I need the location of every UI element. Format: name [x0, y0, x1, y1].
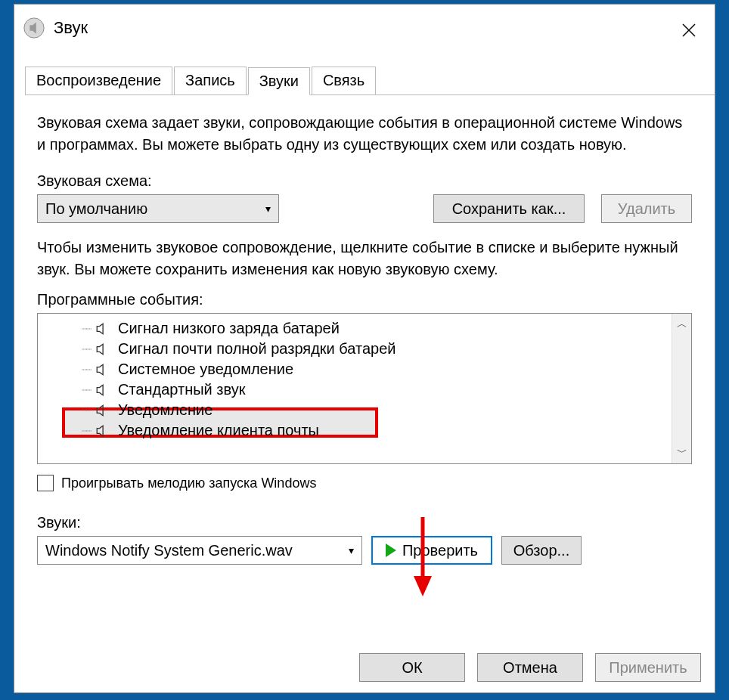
- tree-connector-icon: ┈┈: [70, 426, 91, 436]
- titlebar: Звук: [14, 5, 715, 51]
- play-startup-label: Проигрывать мелодию запуска Windows: [61, 475, 316, 491]
- event-item[interactable]: ┈┈ Сигнал почти полной разрядки батарей: [65, 339, 691, 359]
- save-as-button[interactable]: Сохранить как...: [433, 194, 585, 223]
- scroll-up-icon[interactable]: ︿: [672, 314, 691, 335]
- test-label: Проверить: [402, 542, 478, 559]
- tree-connector-icon: ┈┈: [70, 405, 91, 416]
- event-item[interactable]: ┈┈ Стандартный звук: [65, 379, 691, 400]
- close-button[interactable]: [674, 15, 704, 45]
- sound-icon: [22, 16, 46, 40]
- scheme-description: Звуковая схема задает звуки, сопровождаю…: [37, 112, 692, 156]
- dialog-button-bar: ОК Отмена Применить: [359, 653, 701, 682]
- sounds-label: Звуки:: [37, 514, 692, 531]
- test-button[interactable]: Проверить: [371, 536, 492, 565]
- scheme-value: По умолчанию: [45, 200, 147, 218]
- events-label: Программные события:: [37, 291, 692, 308]
- event-label: Уведомление клиента почты: [118, 422, 319, 439]
- event-label: Сигнал низкого заряда батарей: [118, 320, 340, 337]
- events-listbox[interactable]: ┈┈ Сигнал низкого заряда батарей ┈┈ Сигн…: [37, 313, 692, 464]
- chevron-down-icon: ▾: [349, 544, 354, 556]
- play-startup-checkbox-row[interactable]: Проигрывать мелодию запуска Windows: [37, 475, 692, 491]
- play-icon: [386, 544, 396, 557]
- apply-button: Применить: [595, 653, 701, 682]
- checkbox-icon[interactable]: [37, 475, 54, 491]
- tree-connector-icon: ┈┈: [70, 385, 91, 395]
- event-item[interactable]: ┈┈ Уведомление клиента почты: [65, 420, 691, 441]
- speaker-icon: [94, 321, 110, 337]
- events-scrollbar[interactable]: ︿ ﹀: [672, 314, 691, 463]
- event-item[interactable]: ┈┈ Системное уведомление: [65, 359, 691, 379]
- sound-file-dropdown[interactable]: Windows Notify System Generic.wav ▾: [37, 536, 362, 565]
- tab-communications[interactable]: Связь: [312, 67, 376, 94]
- tree-connector-icon: ┈┈: [70, 364, 91, 375]
- ok-button[interactable]: ОК: [359, 653, 465, 682]
- close-icon: [681, 23, 696, 38]
- svg-marker-4: [414, 576, 432, 596]
- cancel-button[interactable]: Отмена: [477, 653, 583, 682]
- event-label: Сигнал почти полной разрядки батарей: [118, 340, 396, 358]
- window-title: Звук: [54, 18, 88, 38]
- event-label: Системное уведомление: [118, 361, 293, 378]
- sound-file-value: Windows Notify System Generic.wav: [45, 542, 293, 559]
- browse-button[interactable]: Обзор...: [501, 536, 582, 565]
- tab-content-sounds: Звуковая схема задает звуки, сопровождаю…: [14, 95, 715, 572]
- delete-button: Удалить: [601, 194, 692, 223]
- events-description: Чтобы изменить звуковое сопровождение, щ…: [37, 237, 692, 280]
- speaker-icon: [94, 423, 110, 439]
- tree-connector-icon: ┈┈: [70, 344, 91, 355]
- event-item[interactable]: ┈┈ Сигнал низкого заряда батарей: [65, 318, 691, 339]
- speaker-icon: [94, 382, 110, 398]
- scroll-down-icon[interactable]: ﹀: [672, 442, 691, 463]
- tree-connector-icon: ┈┈: [70, 324, 91, 334]
- speaker-icon: [94, 361, 110, 378]
- scheme-dropdown[interactable]: По умолчанию ▾: [37, 194, 279, 223]
- event-item-selected[interactable]: ┈┈ Уведомление: [65, 400, 691, 420]
- tab-recording[interactable]: Запись: [174, 67, 247, 94]
- tab-playback[interactable]: Воспроизведение: [25, 67, 172, 94]
- scheme-label: Звуковая схема:: [37, 172, 692, 190]
- chevron-down-icon: ▾: [265, 203, 271, 215]
- tab-sounds[interactable]: Звуки: [248, 67, 310, 95]
- speaker-icon: [94, 402, 110, 419]
- sound-dialog-window: Звук Воспроизведение Запись Звуки Связь …: [14, 4, 715, 693]
- tab-strip: Воспроизведение Запись Звуки Связь: [25, 67, 715, 95]
- speaker-icon: [94, 341, 110, 358]
- event-label: Уведомление: [118, 401, 212, 419]
- event-label: Стандартный звук: [118, 381, 245, 398]
